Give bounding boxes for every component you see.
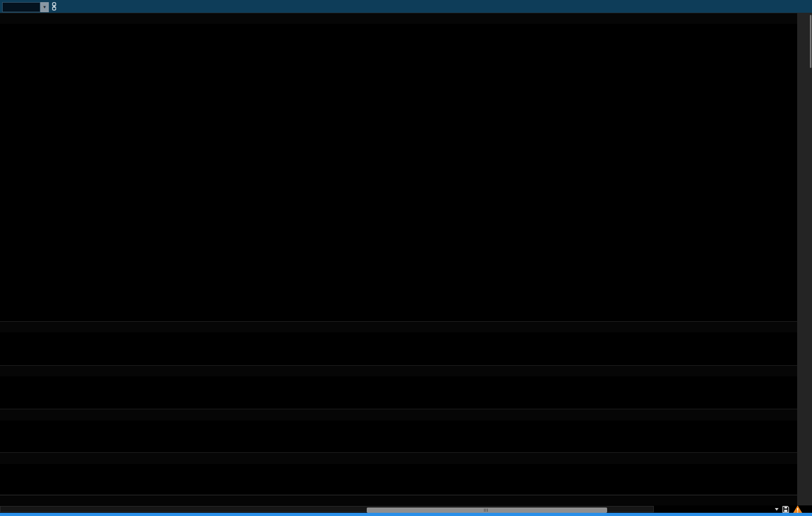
main-chart-pane[interactable] [0, 24, 797, 321]
volume-header-strip [0, 321, 812, 333]
save-icon[interactable] [782, 506, 789, 513]
symbol-input-group: ▼ [2, 2, 49, 11]
symbol-dropdown-button[interactable]: ▼ [40, 2, 49, 12]
unsaved-drawings-label[interactable] [773, 508, 779, 511]
volume-pane[interactable] [0, 332, 797, 365]
warning-icon[interactable] [793, 505, 802, 513]
tabstrip-scrollbar[interactable] [810, 15, 811, 68]
macd-pane[interactable] [0, 376, 797, 409]
time-axis [0, 495, 797, 506]
rsi-header-strip [0, 409, 812, 422]
right-tab-strip [797, 13, 812, 505]
bottom-scroll-row [0, 505, 812, 513]
rsi-pane[interactable] [0, 420, 797, 452]
link-color-icon[interactable] [49, 1, 59, 12]
status-icon-bar [770, 505, 802, 513]
symbol-input[interactable] [2, 2, 40, 12]
window-bottom-edge [0, 513, 812, 516]
stochastic-header-strip [0, 452, 812, 465]
top-toolbar: ▼ [0, 0, 812, 13]
macd-header-strip [0, 365, 812, 377]
thinkorswim-chart-window: ▼ [0, 0, 812, 516]
chart-header-strip [0, 13, 812, 25]
chart-hscrollbar-thumb[interactable] [367, 508, 607, 513]
chart-hscrollbar-track[interactable] [0, 506, 654, 512]
stochastic-pane[interactable] [0, 464, 797, 495]
